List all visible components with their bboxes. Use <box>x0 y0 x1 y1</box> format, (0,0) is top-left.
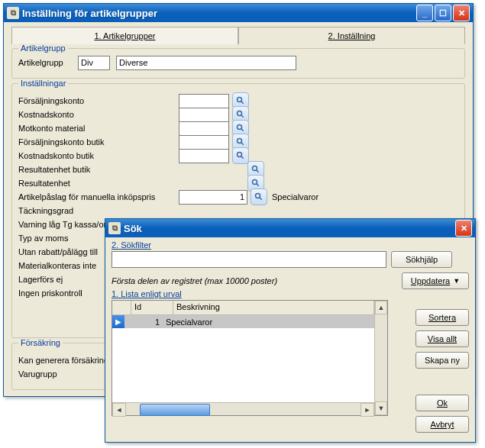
input-motkonto[interactable] <box>179 121 229 136</box>
button-uppdatera[interactable]: Uppdatera▼ <box>402 272 469 289</box>
close-button[interactable]: ✕ <box>453 5 470 21</box>
legend-forsakring: Försäkring <box>18 338 63 347</box>
text-register-info: Första delen av registret (max 10000 pos… <box>112 276 277 285</box>
app-icon: ⧉ <box>7 7 19 19</box>
search-window: ⧉ Sök ✕ 2. Sökfilter Sökhjälp Första del… <box>105 218 476 443</box>
input-search[interactable] <box>112 251 386 268</box>
cell-id: 1 <box>124 317 163 327</box>
search-title: Sök <box>124 223 454 234</box>
chevron-down-icon: ▼ <box>453 277 460 285</box>
maximize-button[interactable]: ☐ <box>435 5 451 21</box>
label-resultatenhet-butik: Resultatenhet butik <box>18 165 179 174</box>
input-kostnadskonto-butik[interactable] <box>179 149 229 163</box>
main-titlebar: ⧉ Inställning för artikelgrupper _ ☐ ✕ <box>4 4 473 22</box>
svg-line-5 <box>241 129 244 131</box>
label-kostnadskonto-butik: Kostnadskonto butik <box>18 151 179 160</box>
input-artikelgrupp-code[interactable] <box>78 56 110 70</box>
col-beskrivning[interactable]: Beskrivning <box>173 301 374 314</box>
svg-point-14 <box>256 194 260 198</box>
input-forsaljningskonto[interactable] <box>179 94 229 108</box>
main-title: Inställning för artikelgrupper <box>22 8 415 19</box>
col-indicator <box>112 301 131 314</box>
label-artikelgrupp: Artikelgrupp <box>18 58 78 67</box>
svg-point-6 <box>238 139 242 143</box>
button-skapa-ny[interactable]: Skapa ny <box>415 352 469 369</box>
button-avbryt[interactable]: Avbryt <box>415 416 469 433</box>
button-sokhjalp[interactable]: Sökhjälp <box>391 251 452 268</box>
scrollbar-horizontal[interactable]: ◄ ► <box>112 402 374 415</box>
label-tackningsgrad: Täckningsgrad <box>18 206 179 215</box>
input-kostnadskonto[interactable] <box>179 108 229 122</box>
main-tabs: 1. Artikelgrupper 2. Inställning <box>11 27 465 44</box>
scroll-right-icon[interactable]: ► <box>361 403 374 417</box>
link-lista[interactable]: 1. Lista enligt urval <box>112 289 182 298</box>
input-forsaljningskonto-butik[interactable] <box>179 135 229 150</box>
link-sokfilter[interactable]: 2. Sökfilter <box>112 240 151 250</box>
result-grid: Id Beskrivning ▶ 1 Specialvaror ◄ ► <box>112 300 388 416</box>
legend-installningar: Inställningar <box>18 79 68 88</box>
grid-header: Id Beskrivning <box>112 301 374 315</box>
scroll-up-icon[interactable]: ▲ <box>375 301 387 314</box>
scroll-left-icon[interactable]: ◄ <box>112 403 126 417</box>
grid-row[interactable]: ▶ 1 Specialvaror <box>112 315 374 328</box>
search-close-button[interactable]: ✕ <box>455 220 472 237</box>
legend-artikelgrupp: Artikelgrupp <box>18 44 68 53</box>
svg-point-2 <box>238 111 242 116</box>
svg-point-12 <box>253 180 257 185</box>
search-app-icon: ⧉ <box>108 222 121 234</box>
svg-line-13 <box>257 184 259 186</box>
button-visa-allt[interactable]: Visa allt <box>415 330 469 347</box>
svg-line-11 <box>257 170 259 172</box>
svg-line-9 <box>241 156 244 159</box>
svg-line-15 <box>260 198 262 200</box>
svg-point-8 <box>238 153 242 157</box>
col-id[interactable]: Id <box>131 301 173 314</box>
lookup-kostnadskonto-butik[interactable] <box>232 147 249 164</box>
lookup-artikelpaslag[interactable] <box>251 189 267 205</box>
svg-line-7 <box>241 143 244 145</box>
label-resultatenhet: Resultatenhet <box>18 179 179 188</box>
scroll-down-icon[interactable]: ▼ <box>375 401 387 415</box>
input-artikelpaslag[interactable] <box>179 190 247 205</box>
tab-artikelgrupper[interactable]: 1. Artikelgrupper <box>11 27 238 44</box>
svg-line-1 <box>241 102 244 104</box>
grid-body[interactable]: ▶ 1 Specialvaror <box>112 315 374 402</box>
label-forsaljningskonto-butik: Försäljningskonto butik <box>18 137 179 147</box>
fieldset-artikelgrupp: Artikelgrupp Artikelgrupp <box>11 48 465 79</box>
minimize-button[interactable]: _ <box>416 5 433 21</box>
row-indicator-icon: ▶ <box>112 315 124 328</box>
label-artikelpaslag: Artikelpåslag för manuella inköpspris <box>18 192 179 201</box>
cell-desc: Specialvaror <box>163 317 374 327</box>
svg-point-0 <box>238 98 242 102</box>
label-forsaljningskonto: Försäljningskonto <box>18 96 179 105</box>
label-motkonto: Motkonto material <box>18 124 179 133</box>
scroll-thumb[interactable] <box>140 404 210 416</box>
button-sortera[interactable]: Sortera <box>415 309 469 326</box>
svg-point-4 <box>238 125 242 130</box>
label-kostnadskonto: Kostnadskonto <box>18 110 179 119</box>
search-titlebar: ⧉ Sök ✕ <box>105 219 475 237</box>
svg-point-10 <box>253 166 257 171</box>
scrollbar-vertical[interactable]: ▲ ▼ <box>374 301 387 415</box>
text-specialvaror: Specialvaror <box>272 192 318 201</box>
button-ok[interactable]: Ok <box>415 395 469 411</box>
svg-line-3 <box>241 115 244 118</box>
input-artikelgrupp-name[interactable] <box>116 56 296 70</box>
tab-installning[interactable]: 2. Inställning <box>238 27 465 44</box>
